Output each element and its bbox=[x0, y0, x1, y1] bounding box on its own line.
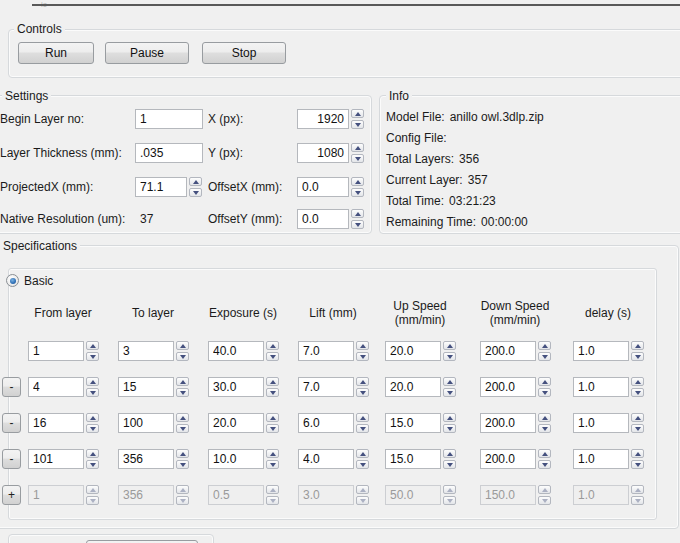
offset-y-spinner[interactable] bbox=[351, 209, 364, 229]
stop-button[interactable]: Stop bbox=[202, 42, 286, 64]
spin-down-button[interactable] bbox=[356, 460, 369, 469]
pause-button[interactable]: Pause bbox=[105, 42, 189, 64]
spin-up-button[interactable] bbox=[443, 341, 456, 350]
spec-row2-delay-spinner[interactable] bbox=[631, 377, 644, 397]
y-px-spinner[interactable] bbox=[351, 143, 364, 163]
spec-row1-exposure-input[interactable] bbox=[208, 341, 264, 361]
spin-down-button[interactable] bbox=[443, 388, 456, 397]
spin-down-button[interactable] bbox=[176, 424, 189, 433]
spin-down-button[interactable] bbox=[86, 352, 99, 361]
spin-down-button[interactable] bbox=[631, 424, 644, 433]
spin-up-button[interactable] bbox=[538, 341, 551, 350]
offset-x-input[interactable] bbox=[297, 177, 349, 197]
spec-row4-to-layer-spinner[interactable] bbox=[176, 449, 189, 469]
spin-down-button[interactable] bbox=[351, 188, 364, 197]
spec-row1-up-speed-spinner[interactable] bbox=[443, 341, 456, 361]
spec-row4-down-speed-input[interactable] bbox=[480, 449, 536, 469]
spec-row3-down-speed-input[interactable] bbox=[480, 413, 536, 433]
spin-up-button[interactable] bbox=[266, 377, 279, 386]
spec-row2-up-speed-spinner[interactable] bbox=[443, 377, 456, 397]
spec-row4-up-speed-spinner[interactable] bbox=[443, 449, 456, 469]
spec-row4-from-layer-input[interactable] bbox=[28, 449, 84, 469]
spin-up-button[interactable] bbox=[356, 341, 369, 350]
spec-row1-lift-input[interactable] bbox=[298, 341, 354, 361]
spin-up-button[interactable] bbox=[351, 177, 364, 186]
spin-up-button[interactable] bbox=[189, 177, 202, 186]
spin-up-button[interactable] bbox=[631, 449, 644, 458]
spin-down-button[interactable] bbox=[266, 388, 279, 397]
spin-down-button[interactable] bbox=[538, 460, 551, 469]
x-px-spinner[interactable] bbox=[351, 109, 364, 129]
spec-row2-exposure-input[interactable] bbox=[208, 377, 264, 397]
spec-row4-down-speed-spinner[interactable] bbox=[538, 449, 551, 469]
spec-row3-delay-input[interactable] bbox=[573, 413, 629, 433]
spin-up-button[interactable] bbox=[176, 377, 189, 386]
spin-up-button[interactable] bbox=[176, 341, 189, 350]
spec-row3-exposure-input[interactable] bbox=[208, 413, 264, 433]
spin-up-button[interactable] bbox=[356, 413, 369, 422]
spin-up-button[interactable] bbox=[356, 449, 369, 458]
spin-down-button[interactable] bbox=[351, 120, 364, 129]
spin-down-button[interactable] bbox=[86, 460, 99, 469]
spin-down-button[interactable] bbox=[356, 424, 369, 433]
spin-up-button[interactable] bbox=[631, 377, 644, 386]
spin-down-button[interactable] bbox=[266, 352, 279, 361]
spec-row2-delay-input[interactable] bbox=[573, 377, 629, 397]
spec-row1-from-layer-input[interactable] bbox=[28, 341, 84, 361]
spin-down-button[interactable] bbox=[176, 352, 189, 361]
spin-up-button[interactable] bbox=[176, 449, 189, 458]
spec-row2-exposure-spinner[interactable] bbox=[266, 377, 279, 397]
spec-row1-to-layer-input[interactable] bbox=[118, 341, 174, 361]
spin-down-button[interactable] bbox=[266, 460, 279, 469]
spin-up-button[interactable] bbox=[86, 377, 99, 386]
spin-up-button[interactable] bbox=[176, 413, 189, 422]
spec-row1-exposure-spinner[interactable] bbox=[266, 341, 279, 361]
spin-down-button[interactable] bbox=[443, 352, 456, 361]
spec-row3-up-speed-input[interactable] bbox=[385, 413, 441, 433]
spec-row2-to-layer-input[interactable] bbox=[118, 377, 174, 397]
spec-row3-lift-input[interactable] bbox=[298, 413, 354, 433]
spin-up-button[interactable] bbox=[351, 109, 364, 118]
spin-down-button[interactable] bbox=[351, 220, 364, 229]
spin-up-button[interactable] bbox=[443, 377, 456, 386]
spin-down-button[interactable] bbox=[631, 460, 644, 469]
begin-layer-input[interactable] bbox=[135, 109, 203, 129]
spin-down-button[interactable] bbox=[443, 424, 456, 433]
spec-row2-down-speed-spinner[interactable] bbox=[538, 377, 551, 397]
x-px-input[interactable] bbox=[297, 109, 349, 129]
spin-down-button[interactable] bbox=[356, 352, 369, 361]
spin-up-button[interactable] bbox=[351, 209, 364, 218]
remove-row-button[interactable]: - bbox=[2, 413, 21, 433]
spec-row4-exposure-spinner[interactable] bbox=[266, 449, 279, 469]
spec-row2-to-layer-spinner[interactable] bbox=[176, 377, 189, 397]
add-row-button[interactable]: + bbox=[2, 485, 21, 505]
remove-row-button[interactable]: - bbox=[2, 377, 21, 397]
spin-down-button[interactable] bbox=[631, 388, 644, 397]
spec-row4-up-speed-input[interactable] bbox=[385, 449, 441, 469]
spec-row4-lift-input[interactable] bbox=[298, 449, 354, 469]
spin-up-button[interactable] bbox=[443, 449, 456, 458]
basic-radio[interactable] bbox=[6, 274, 19, 287]
offset-x-spinner[interactable] bbox=[351, 177, 364, 197]
spec-row1-delay-input[interactable] bbox=[573, 341, 629, 361]
spin-up-button[interactable] bbox=[266, 413, 279, 422]
projected-x-spinner[interactable] bbox=[189, 177, 202, 197]
spin-down-button[interactable] bbox=[538, 388, 551, 397]
spec-row4-delay-spinner[interactable] bbox=[631, 449, 644, 469]
spec-row2-down-speed-input[interactable] bbox=[480, 377, 536, 397]
spec-row1-from-layer-spinner[interactable] bbox=[86, 341, 99, 361]
spec-row3-down-speed-spinner[interactable] bbox=[538, 413, 551, 433]
spin-up-button[interactable] bbox=[538, 377, 551, 386]
spec-row3-from-layer-spinner[interactable] bbox=[86, 413, 99, 433]
spin-down-button[interactable] bbox=[443, 460, 456, 469]
spec-row4-from-layer-spinner[interactable] bbox=[86, 449, 99, 469]
spec-row4-exposure-input[interactable] bbox=[208, 449, 264, 469]
remove-row-button[interactable]: - bbox=[2, 449, 21, 469]
spec-row2-from-layer-spinner[interactable] bbox=[86, 377, 99, 397]
spec-row1-down-speed-input[interactable] bbox=[480, 341, 536, 361]
spin-down-button[interactable] bbox=[86, 388, 99, 397]
spec-row2-up-speed-input[interactable] bbox=[385, 377, 441, 397]
spec-row2-from-layer-input[interactable] bbox=[28, 377, 84, 397]
spec-row1-delay-spinner[interactable] bbox=[631, 341, 644, 361]
y-px-input[interactable] bbox=[297, 143, 349, 163]
